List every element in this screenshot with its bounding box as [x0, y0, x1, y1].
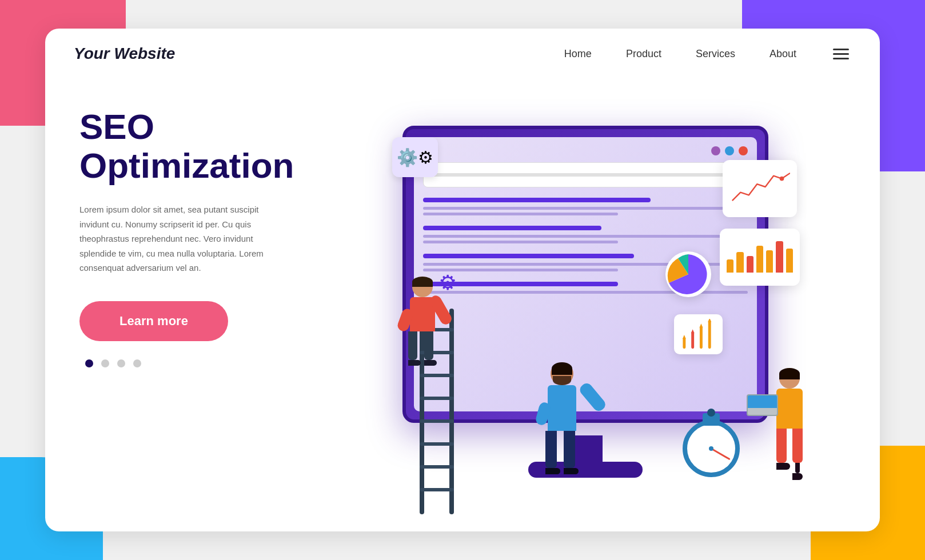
- dot-4[interactable]: [133, 359, 141, 367]
- left-panel: SEO Optimization Lorem ipsum dolor sit a…: [79, 90, 320, 514]
- person2-head: [551, 362, 573, 385]
- bar-6: [776, 241, 783, 273]
- stopwatch-hand: [711, 448, 730, 461]
- pagination-dots: [85, 359, 320, 367]
- hamburger-line: [833, 58, 849, 59]
- bar-1: [727, 259, 733, 273]
- svg-marker-2: [683, 334, 686, 338]
- hamburger-line: [833, 49, 849, 50]
- person3-leg-left: [776, 429, 790, 480]
- person1-head: [412, 277, 433, 297]
- person3-body: [776, 389, 803, 429]
- person-on-ladder: ⚙: [408, 277, 437, 366]
- ladder-rung: [420, 488, 454, 491]
- person1-legs: [408, 331, 437, 366]
- person1-body: [410, 297, 435, 331]
- person1-arm-side: [396, 307, 414, 333]
- person2-hair: [552, 362, 572, 375]
- hero-title-line1: SEO: [79, 107, 154, 146]
- result-text-1b: [423, 213, 618, 215]
- person2-leg-right: [564, 431, 579, 474]
- browser-dot-purple: [711, 146, 720, 155]
- gear-held-icon: ⚙: [438, 271, 457, 295]
- dot-1[interactable]: [85, 359, 93, 367]
- ladder-rung: [420, 419, 454, 423]
- hamburger-line: [833, 53, 849, 55]
- person2-beard: [553, 376, 571, 385]
- result-text-2b: [423, 241, 618, 243]
- search-result-2: [423, 226, 748, 243]
- gear-bubble: ⚙️⚙: [392, 137, 438, 177]
- browser-dot-blue: [725, 146, 734, 155]
- hero-title: SEO Optimization: [79, 107, 320, 185]
- pie-chart-card: [665, 251, 711, 297]
- dot-3[interactable]: [117, 359, 125, 367]
- stopwatch-face: [683, 420, 740, 477]
- pie-chart-svg: [665, 251, 711, 297]
- svg-marker-4: [691, 329, 695, 333]
- ladder-rung: [420, 374, 454, 377]
- dot-2[interactable]: [101, 359, 109, 367]
- monitor-searchbar: 🔍: [423, 162, 748, 187]
- bar-3: [747, 256, 753, 273]
- stopwatch-button: [707, 409, 715, 417]
- nav-about[interactable]: About: [769, 48, 796, 60]
- laptop: [747, 394, 778, 416]
- result-title-1: [423, 198, 651, 202]
- arrow-chart-card: [674, 314, 723, 354]
- ladder-rung: [420, 465, 454, 469]
- site-logo: Your Website: [74, 45, 175, 63]
- bar-chart: [727, 235, 793, 273]
- hero-description: Lorem ipsum dolor sit amet, sea putant s…: [79, 202, 285, 275]
- right-panel: 🔍: [320, 90, 851, 514]
- nav-home[interactable]: Home: [564, 48, 592, 60]
- svg-marker-8: [708, 319, 711, 322]
- hamburger-menu[interactable]: [831, 46, 851, 62]
- person-standing: [545, 362, 579, 474]
- analytics-card-bar-chart: [720, 229, 800, 286]
- bar-5: [766, 250, 773, 273]
- person3-hair: [779, 368, 800, 379]
- ladder-rail-right: [449, 309, 454, 514]
- ladder-rung: [420, 442, 454, 446]
- browser-dots: [423, 146, 748, 155]
- search-result-1: [423, 198, 748, 215]
- result-title-2: [423, 226, 601, 230]
- hero-title-line2: Optimization: [79, 146, 294, 185]
- svg-marker-6: [699, 323, 703, 327]
- person2-legs: [545, 431, 579, 474]
- navbar: Your Website Home Product Services About: [45, 29, 880, 79]
- person1-hair: [412, 277, 433, 287]
- nav-product[interactable]: Product: [626, 48, 661, 60]
- nav-services[interactable]: Services: [696, 48, 735, 60]
- person3-head: [779, 368, 800, 389]
- search-bar-line: [432, 173, 727, 177]
- bar-4: [756, 246, 763, 273]
- bar-7: [786, 249, 793, 273]
- person2-body: [548, 385, 576, 431]
- person-with-laptop: [776, 368, 803, 480]
- person3-leg-right: [792, 429, 803, 480]
- laptop-screen: [748, 395, 777, 408]
- main-card: Your Website Home Product Services About…: [45, 29, 880, 531]
- analytics-card-line-chart: [723, 160, 797, 217]
- nav-links: Home Product Services About: [564, 46, 851, 62]
- person3-legs: [776, 429, 803, 480]
- person2-leg-left: [545, 431, 560, 474]
- result-title-3: [423, 254, 634, 258]
- bar-2: [736, 252, 743, 273]
- content-area: SEO Optimization Lorem ipsum dolor sit a…: [45, 79, 880, 531]
- line-chart-svg: [729, 167, 790, 207]
- gear-icon: ⚙️⚙: [397, 147, 433, 167]
- person1-leg-left: [408, 331, 421, 366]
- stopwatch-center: [709, 446, 713, 451]
- svg-point-0: [780, 177, 784, 181]
- ladder-rung: [420, 397, 454, 400]
- result-text-1a: [423, 207, 748, 210]
- result-text-2a: [423, 235, 748, 238]
- monitor-illustration: 🔍: [380, 126, 791, 514]
- person1-leg-right: [424, 331, 437, 366]
- monitor-body: 🔍: [402, 126, 768, 423]
- stopwatch: [683, 420, 740, 483]
- learn-more-button[interactable]: Learn more: [79, 301, 228, 341]
